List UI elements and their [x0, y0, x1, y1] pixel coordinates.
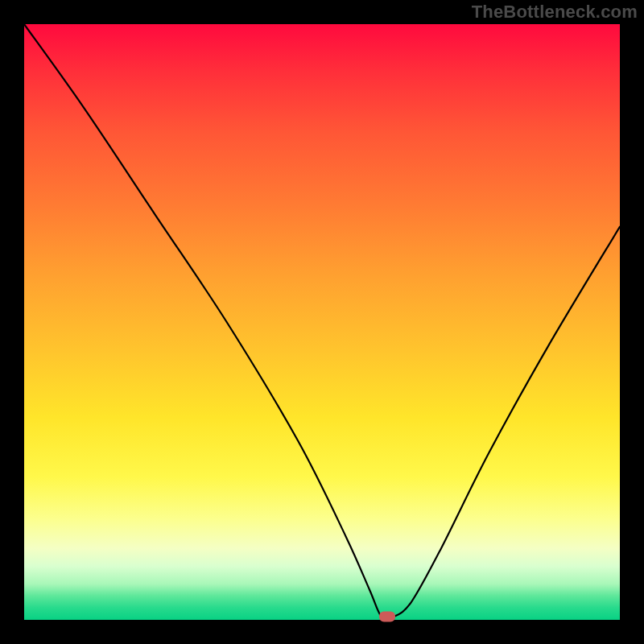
- minimum-marker: [379, 612, 395, 622]
- watermark-text: TheBottleneck.com: [472, 2, 638, 23]
- bottleneck-curve: [24, 24, 620, 620]
- chart-container: TheBottleneck.com: [0, 0, 644, 644]
- plot-area: [24, 24, 620, 620]
